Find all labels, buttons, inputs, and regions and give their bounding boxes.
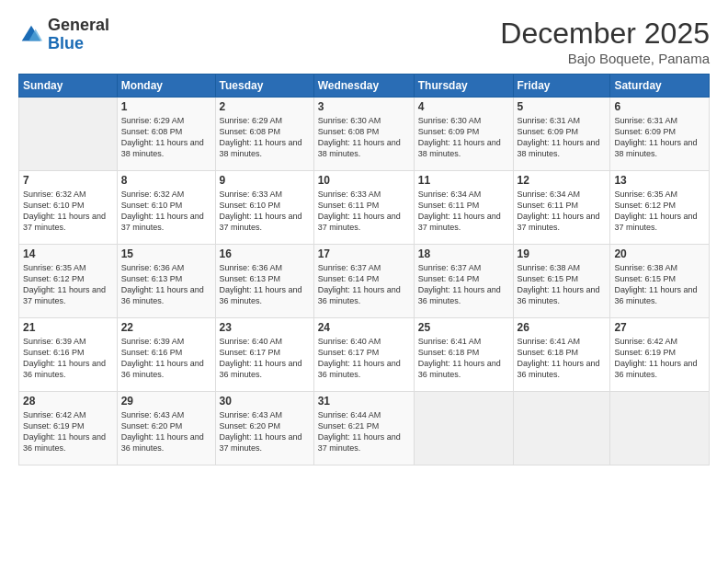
cell-info: Sunrise: 6:29 AMSunset: 6:08 PMDaylight:…: [121, 116, 204, 158]
day-number: 27: [614, 321, 705, 334]
calendar-cell: [19, 98, 118, 171]
location: Bajo Boquete, Panama: [500, 51, 710, 66]
day-number: 3: [318, 100, 410, 113]
month-year: December 2025: [500, 17, 710, 51]
cell-info: Sunrise: 6:43 AMSunset: 6:20 PMDaylight:…: [121, 410, 204, 453]
day-number: 6: [614, 100, 705, 113]
day-number: 21: [23, 321, 113, 334]
calendar-cell: 16Sunrise: 6:36 AMSunset: 6:13 PMDayligh…: [215, 245, 313, 318]
cell-info: Sunrise: 6:34 AMSunset: 6:11 PMDaylight:…: [518, 190, 600, 232]
day-number: 14: [23, 247, 113, 260]
calendar-week-row: 28Sunrise: 6:42 AMSunset: 6:19 PMDayligh…: [19, 392, 710, 465]
cell-info: Sunrise: 6:36 AMSunset: 6:13 PMDaylight:…: [220, 263, 302, 305]
calendar-cell: 17Sunrise: 6:37 AMSunset: 6:14 PMDayligh…: [313, 245, 414, 318]
day-number: 4: [418, 100, 509, 113]
calendar-cell: 25Sunrise: 6:41 AMSunset: 6:18 PMDayligh…: [414, 318, 513, 392]
cell-info: Sunrise: 6:32 AMSunset: 6:10 PMDaylight:…: [121, 190, 204, 232]
cell-info: Sunrise: 6:33 AMSunset: 6:10 PMDaylight:…: [220, 190, 302, 232]
calendar-cell: 27Sunrise: 6:42 AMSunset: 6:19 PMDayligh…: [610, 318, 710, 392]
cell-info: Sunrise: 6:32 AMSunset: 6:10 PMDaylight:…: [23, 190, 106, 232]
day-number: 16: [220, 247, 310, 260]
calendar-header-monday: Monday: [117, 75, 215, 98]
calendar-cell: 13Sunrise: 6:35 AMSunset: 6:12 PMDayligh…: [610, 171, 710, 245]
calendar-cell: 9Sunrise: 6:33 AMSunset: 6:10 PMDaylight…: [215, 171, 313, 245]
day-number: 2: [220, 100, 310, 113]
calendar-cell: 8Sunrise: 6:32 AMSunset: 6:10 PMDaylight…: [117, 171, 215, 245]
cell-info: Sunrise: 6:41 AMSunset: 6:18 PMDaylight:…: [518, 337, 600, 379]
day-number: 25: [418, 321, 509, 334]
calendar-cell: 4Sunrise: 6:30 AMSunset: 6:09 PMDaylight…: [414, 98, 513, 171]
cell-info: Sunrise: 6:40 AMSunset: 6:17 PMDaylight:…: [318, 337, 401, 379]
day-number: 7: [23, 174, 113, 187]
cell-info: Sunrise: 6:39 AMSunset: 6:16 PMDaylight:…: [121, 337, 204, 379]
day-number: 28: [23, 395, 113, 408]
calendar-cell: 11Sunrise: 6:34 AMSunset: 6:11 PMDayligh…: [414, 171, 513, 245]
calendar-header-thursday: Thursday: [414, 75, 513, 98]
title-block: December 2025 Bajo Boquete, Panama: [500, 17, 710, 66]
day-number: 22: [121, 321, 211, 334]
calendar-cell: 31Sunrise: 6:44 AMSunset: 6:21 PMDayligh…: [313, 392, 414, 465]
cell-info: Sunrise: 6:39 AMSunset: 6:16 PMDaylight:…: [23, 337, 106, 379]
calendar-header-row: SundayMondayTuesdayWednesdayThursdayFrid…: [19, 75, 710, 98]
day-number: 17: [318, 247, 410, 260]
cell-info: Sunrise: 6:34 AMSunset: 6:11 PMDaylight:…: [418, 190, 501, 232]
calendar-cell: 19Sunrise: 6:38 AMSunset: 6:15 PMDayligh…: [513, 245, 610, 318]
day-number: 1: [121, 100, 211, 113]
calendar-cell: 20Sunrise: 6:38 AMSunset: 6:15 PMDayligh…: [610, 245, 710, 318]
cell-info: Sunrise: 6:43 AMSunset: 6:20 PMDaylight:…: [220, 410, 302, 453]
calendar-cell: 6Sunrise: 6:31 AMSunset: 6:09 PMDaylight…: [610, 98, 710, 171]
day-number: 19: [518, 247, 607, 260]
cell-info: Sunrise: 6:41 AMSunset: 6:18 PMDaylight:…: [418, 337, 501, 379]
logo: General Blue: [18, 17, 109, 53]
logo-icon: [18, 22, 44, 48]
day-number: 24: [318, 321, 410, 334]
day-number: 30: [220, 395, 310, 408]
calendar-cell: 7Sunrise: 6:32 AMSunset: 6:10 PMDaylight…: [19, 171, 118, 245]
day-number: 29: [121, 395, 211, 408]
day-number: 26: [518, 321, 607, 334]
calendar-header-tuesday: Tuesday: [215, 75, 313, 98]
calendar-cell: 2Sunrise: 6:29 AMSunset: 6:08 PMDaylight…: [215, 98, 313, 171]
cell-info: Sunrise: 6:29 AMSunset: 6:08 PMDaylight:…: [220, 116, 302, 158]
calendar-cell: 21Sunrise: 6:39 AMSunset: 6:16 PMDayligh…: [19, 318, 118, 392]
calendar-week-row: 7Sunrise: 6:32 AMSunset: 6:10 PMDaylight…: [19, 171, 710, 245]
cell-info: Sunrise: 6:38 AMSunset: 6:15 PMDaylight:…: [614, 263, 697, 305]
cell-info: Sunrise: 6:37 AMSunset: 6:14 PMDaylight:…: [318, 263, 401, 305]
calendar-header-wednesday: Wednesday: [313, 75, 414, 98]
calendar-cell: 22Sunrise: 6:39 AMSunset: 6:16 PMDayligh…: [117, 318, 215, 392]
logo-general: General: [48, 16, 109, 34]
calendar-cell: 3Sunrise: 6:30 AMSunset: 6:08 PMDaylight…: [313, 98, 414, 171]
calendar-cell: 24Sunrise: 6:40 AMSunset: 6:17 PMDayligh…: [313, 318, 414, 392]
calendar-cell: 26Sunrise: 6:41 AMSunset: 6:18 PMDayligh…: [513, 318, 610, 392]
cell-info: Sunrise: 6:42 AMSunset: 6:19 PMDaylight:…: [614, 337, 697, 379]
cell-info: Sunrise: 6:35 AMSunset: 6:12 PMDaylight:…: [614, 190, 697, 232]
cell-info: Sunrise: 6:38 AMSunset: 6:15 PMDaylight:…: [518, 263, 600, 305]
logo-text: General Blue: [48, 17, 109, 53]
day-number: 12: [518, 174, 607, 187]
cell-info: Sunrise: 6:30 AMSunset: 6:09 PMDaylight:…: [418, 116, 501, 158]
calendar-week-row: 1Sunrise: 6:29 AMSunset: 6:08 PMDaylight…: [19, 98, 710, 171]
cell-info: Sunrise: 6:44 AMSunset: 6:21 PMDaylight:…: [318, 410, 401, 453]
calendar-cell: [513, 392, 610, 465]
day-number: 8: [121, 174, 211, 187]
cell-info: Sunrise: 6:31 AMSunset: 6:09 PMDaylight:…: [518, 116, 600, 158]
day-number: 31: [318, 395, 410, 408]
calendar-cell: [414, 392, 513, 465]
calendar-cell: 28Sunrise: 6:42 AMSunset: 6:19 PMDayligh…: [19, 392, 118, 465]
calendar-header-sunday: Sunday: [19, 75, 118, 98]
calendar-cell: 12Sunrise: 6:34 AMSunset: 6:11 PMDayligh…: [513, 171, 610, 245]
cell-info: Sunrise: 6:33 AMSunset: 6:11 PMDaylight:…: [318, 190, 401, 232]
cell-info: Sunrise: 6:42 AMSunset: 6:19 PMDaylight:…: [23, 410, 106, 453]
day-number: 11: [418, 174, 509, 187]
calendar-cell: 29Sunrise: 6:43 AMSunset: 6:20 PMDayligh…: [117, 392, 215, 465]
day-number: 5: [518, 100, 607, 113]
cell-info: Sunrise: 6:37 AMSunset: 6:14 PMDaylight:…: [418, 263, 501, 305]
calendar-cell: 30Sunrise: 6:43 AMSunset: 6:20 PMDayligh…: [215, 392, 313, 465]
calendar-header-saturday: Saturday: [610, 75, 710, 98]
calendar-cell: 1Sunrise: 6:29 AMSunset: 6:08 PMDaylight…: [117, 98, 215, 171]
calendar-week-row: 21Sunrise: 6:39 AMSunset: 6:16 PMDayligh…: [19, 318, 710, 392]
header: General Blue December 2025 Bajo Boquete,…: [18, 17, 710, 66]
day-number: 18: [418, 247, 509, 260]
cell-info: Sunrise: 6:40 AMSunset: 6:17 PMDaylight:…: [220, 337, 302, 379]
calendar-cell: [610, 392, 710, 465]
